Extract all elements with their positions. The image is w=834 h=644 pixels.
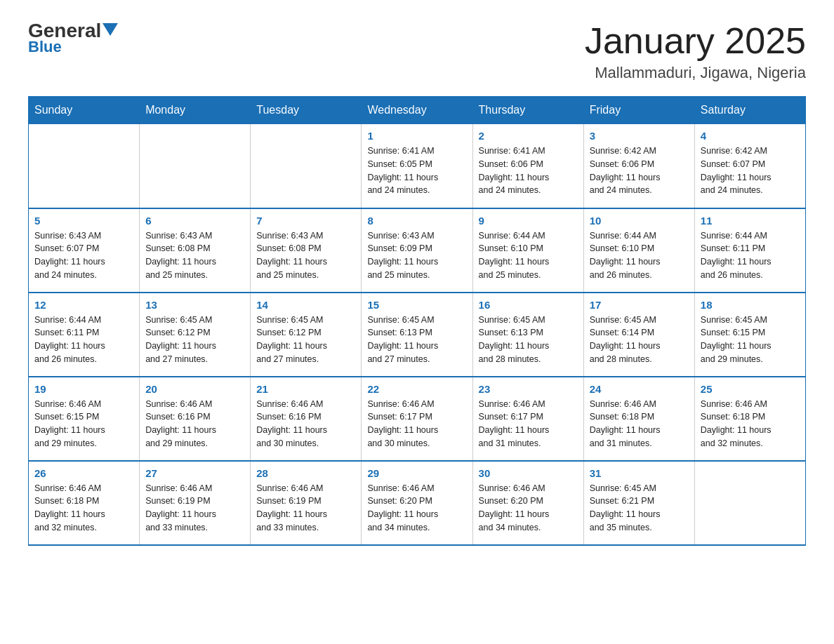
calendar-cell: 8Sunrise: 6:43 AM Sunset: 6:09 PM Daylig… bbox=[362, 208, 472, 293]
day-number: 22 bbox=[367, 383, 466, 395]
day-info: Sunrise: 6:46 AM Sunset: 6:15 PM Dayligh… bbox=[34, 398, 133, 450]
header-day-friday: Friday bbox=[583, 97, 694, 124]
calendar-body: 1Sunrise: 6:41 AM Sunset: 6:05 PM Daylig… bbox=[29, 124, 806, 545]
day-info: Sunrise: 6:44 AM Sunset: 6:10 PM Dayligh… bbox=[590, 229, 689, 282]
day-info: Sunrise: 6:46 AM Sunset: 6:17 PM Dayligh… bbox=[367, 398, 466, 450]
calendar-cell: 19Sunrise: 6:46 AM Sunset: 6:15 PM Dayli… bbox=[29, 377, 140, 461]
day-number: 21 bbox=[256, 383, 355, 395]
svg-marker-0 bbox=[102, 23, 118, 36]
day-number: 3 bbox=[590, 130, 689, 142]
day-number: 7 bbox=[256, 215, 355, 227]
calendar-cell: 31Sunrise: 6:45 AM Sunset: 6:21 PM Dayli… bbox=[583, 461, 694, 545]
calendar-header: SundayMondayTuesdayWednesdayThursdayFrid… bbox=[29, 97, 806, 124]
calendar-cell: 15Sunrise: 6:45 AM Sunset: 6:13 PM Dayli… bbox=[362, 293, 472, 377]
day-info: Sunrise: 6:44 AM Sunset: 6:10 PM Dayligh… bbox=[479, 229, 578, 282]
day-number: 9 bbox=[479, 215, 578, 227]
calendar-cell: 12Sunrise: 6:44 AM Sunset: 6:11 PM Dayli… bbox=[29, 293, 140, 377]
header-day-sunday: Sunday bbox=[29, 97, 140, 124]
calendar-cell: 16Sunrise: 6:45 AM Sunset: 6:13 PM Dayli… bbox=[472, 293, 583, 377]
day-info: Sunrise: 6:45 AM Sunset: 6:13 PM Dayligh… bbox=[479, 314, 578, 366]
day-number: 19 bbox=[34, 383, 133, 395]
calendar-cell: 2Sunrise: 6:41 AM Sunset: 6:06 PM Daylig… bbox=[472, 124, 583, 208]
week-row-3: 19Sunrise: 6:46 AM Sunset: 6:15 PM Dayli… bbox=[29, 377, 806, 461]
calendar-cell: 27Sunrise: 6:46 AM Sunset: 6:19 PM Dayli… bbox=[140, 461, 251, 545]
day-number: 29 bbox=[367, 467, 466, 479]
day-info: Sunrise: 6:44 AM Sunset: 6:11 PM Dayligh… bbox=[701, 229, 800, 282]
calendar-cell: 11Sunrise: 6:44 AM Sunset: 6:11 PM Dayli… bbox=[694, 208, 805, 293]
day-info: Sunrise: 6:43 AM Sunset: 6:08 PM Dayligh… bbox=[145, 229, 244, 282]
header-day-saturday: Saturday bbox=[694, 97, 805, 124]
day-info: Sunrise: 6:46 AM Sunset: 6:19 PM Dayligh… bbox=[145, 482, 244, 535]
day-info: Sunrise: 6:46 AM Sunset: 6:18 PM Dayligh… bbox=[590, 398, 689, 450]
calendar-cell: 7Sunrise: 6:43 AM Sunset: 6:08 PM Daylig… bbox=[251, 208, 362, 293]
day-number: 8 bbox=[367, 215, 466, 227]
day-info: Sunrise: 6:46 AM Sunset: 6:19 PM Dayligh… bbox=[256, 482, 355, 535]
day-number: 2 bbox=[479, 130, 578, 142]
week-row-1: 5Sunrise: 6:43 AM Sunset: 6:07 PM Daylig… bbox=[29, 208, 806, 293]
calendar-cell: 3Sunrise: 6:42 AM Sunset: 6:06 PM Daylig… bbox=[583, 124, 694, 208]
calendar-cell: 30Sunrise: 6:46 AM Sunset: 6:20 PM Dayli… bbox=[472, 461, 583, 545]
logo: General Blue bbox=[28, 21, 118, 56]
calendar-cell: 29Sunrise: 6:46 AM Sunset: 6:20 PM Dayli… bbox=[362, 461, 472, 545]
day-number: 20 bbox=[145, 383, 244, 395]
day-number: 4 bbox=[701, 130, 800, 142]
day-number: 14 bbox=[256, 299, 355, 311]
day-info: Sunrise: 6:46 AM Sunset: 6:16 PM Dayligh… bbox=[145, 398, 244, 450]
day-info: Sunrise: 6:46 AM Sunset: 6:20 PM Dayligh… bbox=[367, 482, 466, 535]
calendar-cell: 4Sunrise: 6:42 AM Sunset: 6:07 PM Daylig… bbox=[694, 124, 805, 208]
header-row: SundayMondayTuesdayWednesdayThursdayFrid… bbox=[29, 97, 806, 124]
day-info: Sunrise: 6:45 AM Sunset: 6:21 PM Dayligh… bbox=[590, 482, 689, 535]
day-number: 13 bbox=[145, 299, 244, 311]
title-block: January 2025 Mallammaduri, Jigawa, Niger… bbox=[585, 21, 806, 82]
day-number: 5 bbox=[34, 215, 133, 227]
calendar-table: SundayMondayTuesdayWednesdayThursdayFrid… bbox=[28, 96, 806, 546]
day-info: Sunrise: 6:45 AM Sunset: 6:14 PM Dayligh… bbox=[590, 314, 689, 366]
day-number: 24 bbox=[590, 383, 689, 395]
day-info: Sunrise: 6:45 AM Sunset: 6:12 PM Dayligh… bbox=[145, 314, 244, 366]
week-row-4: 26Sunrise: 6:46 AM Sunset: 6:18 PM Dayli… bbox=[29, 461, 806, 545]
day-info: Sunrise: 6:44 AM Sunset: 6:11 PM Dayligh… bbox=[34, 314, 133, 366]
calendar-cell: 17Sunrise: 6:45 AM Sunset: 6:14 PM Dayli… bbox=[583, 293, 694, 377]
month-title: January 2025 bbox=[585, 21, 806, 61]
day-number: 11 bbox=[701, 215, 800, 227]
day-number: 18 bbox=[701, 299, 800, 311]
header-day-thursday: Thursday bbox=[472, 97, 583, 124]
day-number: 12 bbox=[34, 299, 133, 311]
week-row-2: 12Sunrise: 6:44 AM Sunset: 6:11 PM Dayli… bbox=[29, 293, 806, 377]
calendar-cell: 24Sunrise: 6:46 AM Sunset: 6:18 PM Dayli… bbox=[583, 377, 694, 461]
calendar-cell: 23Sunrise: 6:46 AM Sunset: 6:17 PM Dayli… bbox=[472, 377, 583, 461]
calendar-cell: 5Sunrise: 6:43 AM Sunset: 6:07 PM Daylig… bbox=[29, 208, 140, 293]
calendar-cell: 13Sunrise: 6:45 AM Sunset: 6:12 PM Dayli… bbox=[140, 293, 251, 377]
calendar-cell: 9Sunrise: 6:44 AM Sunset: 6:10 PM Daylig… bbox=[472, 208, 583, 293]
calendar-cell: 20Sunrise: 6:46 AM Sunset: 6:16 PM Dayli… bbox=[140, 377, 251, 461]
day-info: Sunrise: 6:43 AM Sunset: 6:09 PM Dayligh… bbox=[367, 229, 466, 282]
day-info: Sunrise: 6:45 AM Sunset: 6:12 PM Dayligh… bbox=[256, 314, 355, 366]
calendar-cell: 14Sunrise: 6:45 AM Sunset: 6:12 PM Dayli… bbox=[251, 293, 362, 377]
calendar-cell: 25Sunrise: 6:46 AM Sunset: 6:18 PM Dayli… bbox=[694, 377, 805, 461]
day-info: Sunrise: 6:46 AM Sunset: 6:18 PM Dayligh… bbox=[701, 398, 800, 450]
day-info: Sunrise: 6:42 AM Sunset: 6:07 PM Dayligh… bbox=[701, 145, 800, 197]
day-number: 27 bbox=[145, 467, 244, 479]
location: Mallammaduri, Jigawa, Nigeria bbox=[585, 64, 806, 82]
calendar-cell: 21Sunrise: 6:46 AM Sunset: 6:16 PM Dayli… bbox=[251, 377, 362, 461]
day-number: 30 bbox=[479, 467, 578, 479]
day-number: 17 bbox=[590, 299, 689, 311]
calendar-cell: 28Sunrise: 6:46 AM Sunset: 6:19 PM Dayli… bbox=[251, 461, 362, 545]
day-info: Sunrise: 6:46 AM Sunset: 6:18 PM Dayligh… bbox=[34, 482, 133, 535]
day-number: 6 bbox=[145, 215, 244, 227]
day-info: Sunrise: 6:46 AM Sunset: 6:20 PM Dayligh… bbox=[479, 482, 578, 535]
week-row-0: 1Sunrise: 6:41 AM Sunset: 6:05 PM Daylig… bbox=[29, 124, 806, 208]
calendar-cell: 18Sunrise: 6:45 AM Sunset: 6:15 PM Dayli… bbox=[694, 293, 805, 377]
day-info: Sunrise: 6:46 AM Sunset: 6:16 PM Dayligh… bbox=[256, 398, 355, 450]
calendar-cell bbox=[29, 124, 140, 208]
page-header: General Blue January 2025 Mallammaduri, … bbox=[28, 21, 806, 82]
day-info: Sunrise: 6:45 AM Sunset: 6:13 PM Dayligh… bbox=[367, 314, 466, 366]
day-info: Sunrise: 6:42 AM Sunset: 6:06 PM Dayligh… bbox=[590, 145, 689, 197]
calendar-cell bbox=[251, 124, 362, 208]
header-day-monday: Monday bbox=[140, 97, 251, 124]
day-number: 23 bbox=[479, 383, 578, 395]
calendar-cell bbox=[694, 461, 805, 545]
calendar-cell: 10Sunrise: 6:44 AM Sunset: 6:10 PM Dayli… bbox=[583, 208, 694, 293]
calendar-cell: 6Sunrise: 6:43 AM Sunset: 6:08 PM Daylig… bbox=[140, 208, 251, 293]
day-number: 28 bbox=[256, 467, 355, 479]
